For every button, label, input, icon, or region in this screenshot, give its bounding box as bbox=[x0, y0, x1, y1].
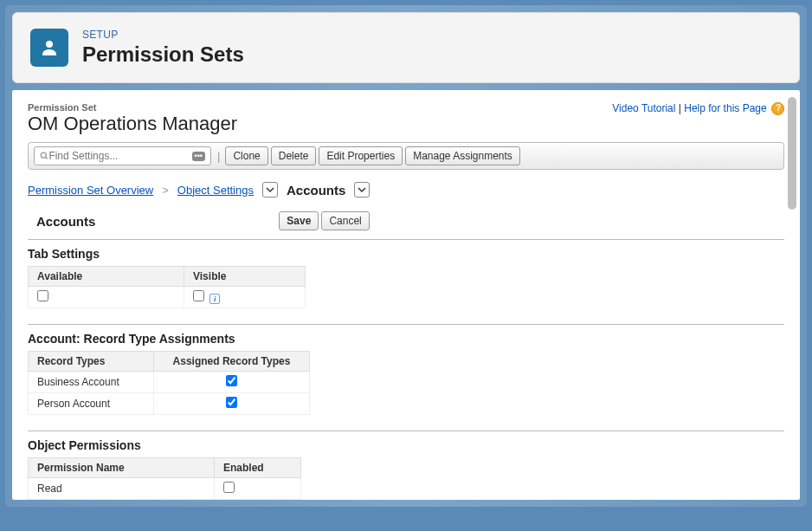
svg-point-0 bbox=[46, 41, 53, 48]
breadcrumb-current: Accounts bbox=[287, 183, 345, 198]
tab-settings-table: Available Visible i bbox=[28, 266, 306, 308]
object-permissions-section: Object Permissions Permission Name Enabl… bbox=[28, 431, 784, 500]
info-icon[interactable]: i bbox=[209, 294, 220, 304]
col-permission-name: Permission Name bbox=[29, 458, 215, 478]
record-type-name: Person Account bbox=[29, 393, 154, 415]
record-type-name: Business Account bbox=[29, 372, 154, 393]
visible-checkbox[interactable] bbox=[193, 290, 204, 301]
video-tutorial-link[interactable]: Video Tutorial bbox=[612, 102, 675, 114]
tab-settings-section: Tab Settings Available Visible i bbox=[28, 239, 784, 324]
assigned-checkbox-business[interactable] bbox=[226, 375, 237, 386]
table-row: Person Account bbox=[29, 393, 310, 415]
enabled-checkbox-read[interactable] bbox=[223, 482, 235, 493]
page-subtitle: Permission Set bbox=[28, 102, 237, 113]
table-row: Read bbox=[29, 478, 301, 500]
edit-properties-button[interactable]: Edit Properties bbox=[319, 146, 403, 165]
col-record-types: Record Types bbox=[29, 352, 154, 372]
current-object-dropdown[interactable] bbox=[354, 182, 370, 198]
toolbar: ••• | Clone Delete Edit Properties Manag… bbox=[28, 142, 784, 170]
keyboard-hint-icon: ••• bbox=[192, 152, 205, 161]
available-checkbox[interactable] bbox=[37, 290, 48, 301]
breadcrumb-object-settings[interactable]: Object Settings bbox=[177, 184, 254, 197]
col-enabled: Enabled bbox=[215, 458, 301, 478]
panel-title: Accounts bbox=[28, 214, 95, 229]
cancel-button[interactable]: Cancel bbox=[321, 211, 369, 230]
help-link[interactable]: Help for this Page bbox=[684, 102, 766, 114]
save-button[interactable]: Save bbox=[279, 211, 319, 230]
scrollbar[interactable] bbox=[788, 97, 796, 210]
col-available: Available bbox=[29, 267, 184, 287]
breadcrumb: Permission Set Overview > Object Setting… bbox=[28, 182, 784, 198]
clone-button[interactable]: Clone bbox=[225, 146, 267, 165]
svg-point-1 bbox=[41, 152, 46, 158]
breadcrumb-overview[interactable]: Permission Set Overview bbox=[28, 184, 153, 197]
record-type-title: Account: Record Type Assignments bbox=[28, 332, 784, 346]
col-visible: Visible bbox=[184, 267, 306, 287]
help-icon[interactable] bbox=[771, 102, 784, 115]
svg-line-2 bbox=[45, 157, 47, 159]
tab-settings-title: Tab Settings bbox=[28, 247, 784, 261]
search-icon bbox=[40, 151, 48, 161]
find-settings-input[interactable] bbox=[48, 150, 191, 162]
table-row: Business Account bbox=[29, 372, 310, 393]
permission-set-icon bbox=[30, 29, 68, 67]
object-settings-dropdown[interactable] bbox=[262, 182, 278, 198]
setup-header: SETUP Permission Sets bbox=[12, 12, 800, 83]
header-title: Permission Sets bbox=[82, 42, 244, 67]
object-permissions-title: Object Permissions bbox=[28, 438, 784, 452]
manage-assignments-button[interactable]: Manage Assignments bbox=[405, 146, 520, 165]
chevron-down-icon bbox=[266, 185, 274, 194]
chevron-down-icon bbox=[358, 185, 366, 194]
assigned-checkbox-person[interactable] bbox=[226, 397, 237, 408]
table-row: i bbox=[29, 287, 306, 308]
header-eyebrow: SETUP bbox=[82, 29, 244, 41]
col-assigned: Assigned Record Types bbox=[154, 352, 310, 372]
record-type-section: Account: Record Type Assignments Record … bbox=[28, 324, 784, 431]
delete-button[interactable]: Delete bbox=[271, 146, 317, 165]
object-permissions-table: Permission Name Enabled Read bbox=[28, 457, 301, 500]
permission-name: Read bbox=[29, 478, 215, 500]
search-wrap: ••• bbox=[34, 146, 211, 165]
page-title: OM Operations Manager bbox=[28, 113, 237, 135]
record-type-table: Record Types Assigned Record Types Busin… bbox=[28, 351, 310, 415]
